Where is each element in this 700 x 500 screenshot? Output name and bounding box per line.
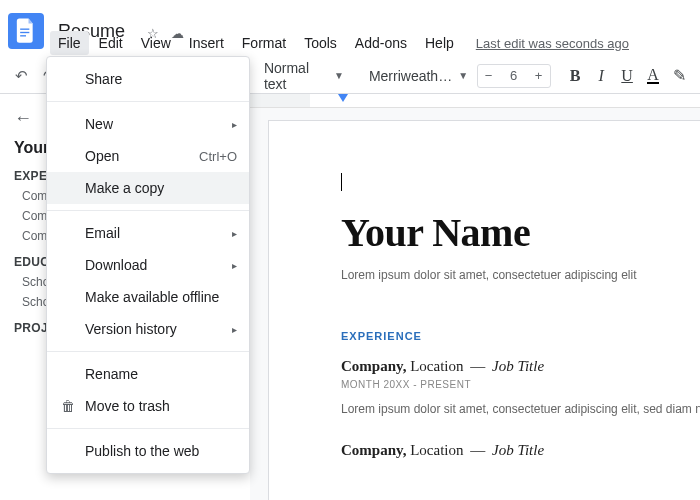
outline-heading[interactable]: Your Name xyxy=(14,139,48,157)
outline-item[interactable]: School Nam xyxy=(22,275,48,289)
menu-make-available-offline[interactable]: Make available offline xyxy=(47,281,249,313)
doc-job-date[interactable]: MONTH 20XX - PRESENT xyxy=(341,379,700,390)
outline-section[interactable]: EXPERIENCE xyxy=(14,169,48,183)
menu-help[interactable]: Help xyxy=(417,31,462,55)
doc-heading-name[interactable]: Your Name xyxy=(341,209,700,256)
undo-button[interactable]: ↶ xyxy=(10,63,34,89)
svg-rect-2 xyxy=(20,35,26,36)
font-dropdown[interactable]: Merriweath… ▼ xyxy=(361,63,468,89)
page[interactable]: Your Name Lorem ipsum dolor sit amet, co… xyxy=(268,120,700,500)
chevron-right-icon: ▸ xyxy=(232,260,237,271)
doc-section-experience[interactable]: EXPERIENCE xyxy=(341,330,700,342)
underline-button[interactable]: U xyxy=(616,64,638,88)
svg-rect-0 xyxy=(20,29,29,30)
menu-edit[interactable]: Edit xyxy=(91,31,131,55)
chevron-right-icon: ▸ xyxy=(232,228,237,239)
doc-job-line[interactable]: Company, Location — Job Title xyxy=(341,358,700,375)
menu-rename[interactable]: Rename xyxy=(47,358,249,390)
indent-marker[interactable] xyxy=(338,94,348,102)
chevron-right-icon: ▸ xyxy=(232,324,237,335)
separator xyxy=(47,351,249,352)
back-icon[interactable]: ← xyxy=(14,108,48,129)
shortcut-label: Ctrl+O xyxy=(199,149,237,164)
decrease-size-button[interactable]: − xyxy=(478,68,500,83)
svg-rect-1 xyxy=(20,32,29,33)
separator xyxy=(47,210,249,211)
docs-logo[interactable] xyxy=(8,13,44,49)
increase-size-button[interactable]: + xyxy=(528,68,550,83)
menu-download[interactable]: Download▸ xyxy=(47,249,249,281)
separator xyxy=(47,428,249,429)
paragraph-style-label: Normal text xyxy=(264,60,328,92)
doc-subheading[interactable]: Lorem ipsum dolor sit amet, consectetuer… xyxy=(341,268,700,282)
file-dropdown: Share New▸ OpenCtrl+O Make a copy Email▸… xyxy=(46,56,250,474)
last-edit-link[interactable]: Last edit was seconds ago xyxy=(476,36,629,51)
doc-job-desc[interactable]: Lorem ipsum dolor sit amet, consectetuer… xyxy=(341,400,700,418)
doc-job-line[interactable]: Company, Location — Job Title xyxy=(341,442,700,459)
font-size-value[interactable]: 6 xyxy=(500,68,528,83)
font-size-control: − 6 + xyxy=(477,64,551,88)
menu-version-history[interactable]: Version history▸ xyxy=(47,313,249,345)
ruler[interactable] xyxy=(250,94,700,108)
menu-file[interactable]: File xyxy=(50,31,89,55)
bold-button[interactable]: B xyxy=(564,64,586,88)
chevron-down-icon: ▼ xyxy=(458,70,468,81)
text-color-button[interactable]: A xyxy=(642,64,664,88)
menu-new[interactable]: New▸ xyxy=(47,108,249,140)
menu-email[interactable]: Email▸ xyxy=(47,217,249,249)
menu-move-to-trash[interactable]: 🗑Move to trash xyxy=(47,390,249,422)
trash-icon: 🗑 xyxy=(61,398,85,414)
menu-insert[interactable]: Insert xyxy=(181,31,232,55)
paragraph-style-dropdown[interactable]: Normal text ▼ xyxy=(256,63,352,89)
outline-panel: ← Your Name EXPERIENCE Company, L Compan… xyxy=(0,100,48,500)
outline-item[interactable]: Company, L xyxy=(22,189,48,203)
separator xyxy=(47,101,249,102)
outline-section[interactable]: EDUCATION xyxy=(14,255,48,269)
font-label: Merriweath… xyxy=(369,68,452,84)
menu-open[interactable]: OpenCtrl+O xyxy=(47,140,249,172)
menu-publish-to-web[interactable]: Publish to the web xyxy=(47,435,249,467)
menubar: File Edit View Insert Format Tools Add-o… xyxy=(50,30,629,56)
outline-item[interactable]: Company, L xyxy=(22,229,48,243)
chevron-right-icon: ▸ xyxy=(232,119,237,130)
outline-item[interactable]: Company, L xyxy=(22,209,48,223)
text-cursor xyxy=(341,173,342,191)
highlight-button[interactable]: ✎ xyxy=(668,64,690,88)
outline-section[interactable]: PROJECTS xyxy=(14,321,48,335)
menu-addons[interactable]: Add-ons xyxy=(347,31,415,55)
menu-format[interactable]: Format xyxy=(234,31,294,55)
document-canvas[interactable]: Your Name Lorem ipsum dolor sit amet, co… xyxy=(250,108,700,500)
italic-button[interactable]: I xyxy=(590,64,612,88)
menu-share[interactable]: Share xyxy=(47,63,249,95)
chevron-down-icon: ▼ xyxy=(334,70,344,81)
menu-view[interactable]: View xyxy=(133,31,179,55)
outline-item[interactable]: School Nam xyxy=(22,295,48,309)
menu-make-a-copy[interactable]: Make a copy xyxy=(47,172,249,204)
menu-tools[interactable]: Tools xyxy=(296,31,345,55)
